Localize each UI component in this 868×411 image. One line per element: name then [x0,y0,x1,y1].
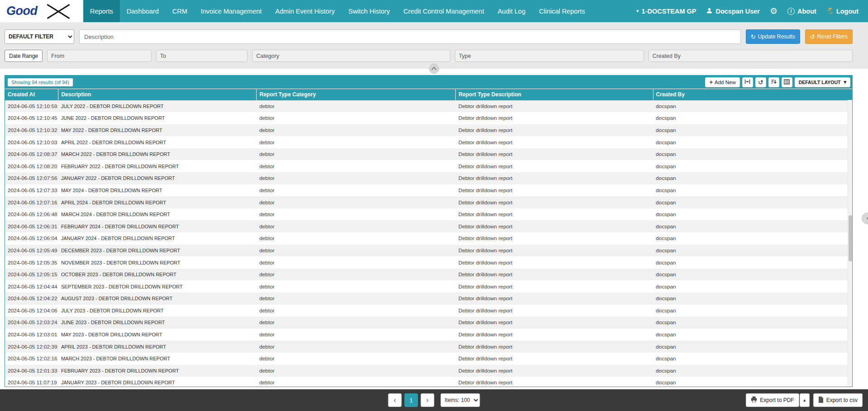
cell-created-at: 2024-06-05 12:10:03 [5,136,58,148]
cell-category: debtor [257,196,456,208]
nav-item-credit-control-management[interactable]: Credit Control Management [397,0,491,22]
table-row[interactable]: 2024-06-05 12:04:22AUGUST 2023 - DEBTOR … [5,293,852,305]
sort-button[interactable] [768,77,779,87]
user-icon [706,7,713,15]
table-row[interactable]: 2024-06-05 12:10:45JUNE 2022 - DEBTOR DR… [5,112,852,124]
cell-type-description: Debtor drilldown report [456,124,653,137]
export-csv-button[interactable]: Export to csv [813,393,863,407]
cell-type-description: Debtor drilldown report [456,340,653,353]
collapse-filters-button[interactable] [429,64,439,74]
user-menu[interactable]: Docspan User [701,7,765,15]
cell-created-by: docspan [653,245,852,257]
export-pdf-options-button[interactable]: ▲ [800,393,810,407]
table-row[interactable]: 2024-06-05 11:07:19JANUARY 2023 - DEBTOR… [5,377,852,387]
nav-item-dashboard[interactable]: Dashboard [120,0,166,22]
date-range-button[interactable]: Date Range [5,50,43,62]
next-page-button[interactable]: › [421,393,434,407]
table-row[interactable]: 2024-06-05 12:06:04JANUARY 2024 - DEBTOR… [5,232,852,245]
col-header-description[interactable]: Description [58,89,257,100]
table-row[interactable]: 2024-06-05 12:04:06JULY 2023 - DEBTOR DR… [5,305,852,317]
filter-preset-select[interactable]: DEFAULT FILTER [5,29,74,44]
about-button[interactable]: i About [782,8,821,15]
columns-button[interactable] [782,77,792,87]
goodx-pinwheel-icon [49,2,68,21]
category-filter-input[interactable] [252,50,450,62]
nav-item-crm[interactable]: CRM [166,0,194,22]
page-number-button[interactable]: 1 [405,393,418,407]
nav-item-reports[interactable]: Reports [83,0,120,22]
col-header-created-by[interactable]: Created By [653,89,852,100]
side-panel-toggle[interactable] [862,213,868,224]
reset-filters-button[interactable]: ↺ Reset Filters [805,29,853,44]
items-per-page-select[interactable]: Items: 100 [441,393,480,407]
date-from-input[interactable] [47,50,152,62]
grid-toolbar: Showing 94 results (of 94) + Add New ↺ D… [5,76,852,89]
table-row[interactable]: 2024-06-05 12:07:16APRIL 2024 - DEBTOR D… [5,196,852,208]
table-row[interactable]: 2024-06-05 12:01:33FEBRUARY 2023 - DEBTO… [5,365,852,377]
cell-type-description: Debtor drilldown report [456,269,653,281]
add-new-button[interactable]: + Add New [705,77,739,87]
export-pdf-button[interactable]: Export to PDF [746,393,799,407]
practice-selector[interactable]: ▾ 1-DOCSTEAM GP [631,8,701,15]
cell-description: AUGUST 2023 - DEBTOR DRILLDOWN REPORT [58,293,257,305]
cell-category: debtor [257,377,456,387]
table-row[interactable]: 2024-06-05 12:10:59JULY 2022 - DEBTOR DR… [5,100,852,113]
table-row[interactable]: 2024-06-05 12:03:01MAY 2023 - DEBTOR DRI… [5,329,852,341]
cell-description: MARCH 2024 - DEBTOR DRILLDOWN REPORT [58,208,257,221]
cell-description: JUNE 2022 - DEBTOR DRILLDOWN REPORT [58,112,257,124]
table-row[interactable]: 2024-06-05 12:10:03APRIL 2022 - DEBTOR D… [5,136,852,148]
cell-type-description: Debtor drilldown report [456,329,653,341]
reload-grid-button[interactable]: ↺ [755,77,766,87]
table-row[interactable]: 2024-06-05 12:08:37MARCH 2022 - DEBTOR D… [5,148,852,161]
table-row[interactable]: 2024-06-05 12:04:44SEPTEMBER 2023 - DEBT… [5,280,852,293]
table-row[interactable]: 2024-06-05 12:03:24JUNE 2023 - DEBTOR DR… [5,317,852,329]
type-filter-input[interactable] [455,50,644,62]
cell-category: debtor [257,365,456,377]
col-header-report-type-description[interactable]: Report Type Description [456,89,653,100]
table-row[interactable]: 2024-06-05 12:10:32MAY 2022 - DEBTOR DRI… [5,124,852,137]
created-by-filter-input[interactable] [649,50,853,62]
settings-button[interactable]: ⚙ [765,6,782,16]
grid-vertical-scrollbar[interactable] [848,100,852,387]
nav-item-invoice-management[interactable]: Invoice Management [194,0,269,22]
nav-item-audit-log[interactable]: Audit Log [491,0,532,22]
scrollbar-thumb[interactable] [849,215,852,261]
date-to-input[interactable] [156,50,248,62]
navbar-right: ▾ 1-DOCSTEAM GP Docspan User ⚙ i About L… [631,0,868,22]
table-row[interactable]: 2024-06-05 12:06:31FEBRUARY 2024 - DEBTO… [5,220,852,232]
table-row[interactable]: 2024-06-05 12:08:20FEBRUARY 2022 - DEBTO… [5,160,852,172]
cell-category: debtor [257,305,456,317]
undo-icon: ↺ [810,34,815,40]
plus-icon: + [709,79,713,85]
cell-created-at: 2024-06-05 12:04:44 [5,280,58,293]
table-row[interactable]: 2024-06-05 12:02:16MARCH 2023 - DEBTOR D… [5,353,852,365]
cell-created-by: docspan [653,220,852,232]
cell-created-at: 2024-06-05 12:03:01 [5,329,58,341]
col-header-created-at[interactable]: Created At [5,89,58,100]
cell-description: MAY 2023 - DEBTOR DRILLDOWN REPORT [58,329,257,341]
goodx-logo[interactable]: Good [0,0,83,22]
cell-created-by: docspan [653,172,852,184]
cell-type-description: Debtor drilldown report [456,184,653,197]
col-header-report-type-category[interactable]: Report Type Category [257,89,456,100]
table-row[interactable]: 2024-06-05 12:02:39APRIL 2023 - DEBTOR D… [5,340,852,353]
reports-table: Created At Description Report Type Categ… [5,89,852,387]
table-row[interactable]: 2024-06-05 12:05:49DECEMBER 2023 - DEBTO… [5,245,852,257]
nav-item-clinical-reports[interactable]: Clinical Reports [532,0,592,22]
table-row[interactable]: 2024-06-05 12:05:35NOVEMBER 2023 - DEBTO… [5,256,852,269]
prev-page-button[interactable]: ‹ [388,393,402,407]
table-row[interactable]: 2024-06-05 12:06:48MARCH 2024 - DEBTOR D… [5,208,852,221]
layout-select-button[interactable]: DEFAULT LAYOUT ▾ [795,77,850,87]
description-filter-input[interactable] [79,29,741,44]
table-row[interactable]: 2024-06-05 12:07:56JANUARY 2022 - DEBTOR… [5,172,852,184]
fit-columns-button[interactable] [742,77,753,87]
table-row[interactable]: 2024-06-05 12:05:15OCTOBER 2023 - DEBTOR… [5,269,852,281]
update-results-button[interactable]: ↻ Update Results [746,29,800,44]
nav-item-switch-history[interactable]: Switch History [342,0,397,22]
pagination: ‹ 1 › Items: 100 [388,393,480,407]
results-grid: Showing 94 results (of 94) + Add New ↺ D… [5,75,853,387]
table-row[interactable]: 2024-06-05 12:07:33MAY 2024 - DEBTOR DRI… [5,184,852,197]
info-icon: i [787,8,795,15]
logout-button[interactable]: Logout [821,7,863,15]
nav-item-admin-event-history[interactable]: Admin Event History [268,0,341,22]
